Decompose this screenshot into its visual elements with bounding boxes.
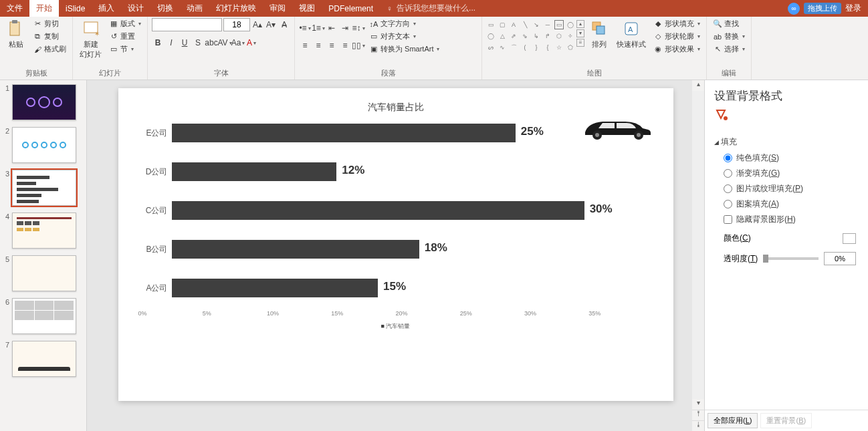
text-direction-button[interactable]: ↕A文字方向 <box>367 18 441 29</box>
svg-rect-0 <box>10 22 19 35</box>
font-color-button[interactable]: A <box>245 37 257 49</box>
font-size-input[interactable] <box>223 18 250 31</box>
format-background-panel: 设置背景格式 填充 纯色填充(S) 渐变填充(G) 图片或纹理填充(P) 图案填… <box>704 80 868 431</box>
smartart-button[interactable]: ▣转换为 SmartArt <box>367 43 441 55</box>
bullets-button[interactable]: •≡ <box>299 22 311 34</box>
select-button[interactable]: ↖选择 <box>711 43 747 55</box>
italic-button[interactable]: I <box>165 37 177 49</box>
slide-thumb-1[interactable] <box>12 84 76 120</box>
line-spacing-button[interactable]: ≡↕ <box>352 22 364 34</box>
indent-button[interactable]: ⇥ <box>339 22 351 34</box>
vertical-scrollbar[interactable]: ▴ ▾ ⭱ ⭳ <box>692 80 704 431</box>
tab-home[interactable]: 开始 <box>29 0 59 17</box>
quick-styles-button[interactable]: A 快速样式 <box>614 18 649 51</box>
align-text-button[interactable]: ▭对齐文本 <box>367 31 441 42</box>
cloud-icon[interactable]: ∞ <box>788 3 800 15</box>
clear-format-button[interactable]: A̶ <box>278 19 290 31</box>
color-label: 颜色(C) <box>724 233 751 244</box>
spacing-button[interactable]: AV <box>219 37 231 49</box>
shape-gallery[interactable]: ▭▢A╲↘─▭◯ ◯△⇗⇘↳↱⬡✧ ᔕ∿⌒(}{☆⬠ <box>486 18 575 52</box>
bar-category: D公司 <box>134 166 168 178</box>
fill-solid-radio[interactable]: 纯色填充(S) <box>714 150 859 166</box>
fill-tab-icon[interactable] <box>705 108 868 131</box>
slide-thumb-6[interactable] <box>12 298 76 334</box>
tab-file[interactable]: 文件 <box>0 0 29 17</box>
group-editing: 🔍查找 ab替换 ↖选择 编辑 <box>707 17 752 80</box>
thumb-number: 6 <box>1 298 9 306</box>
bold-button[interactable]: B <box>152 37 164 49</box>
format-painter-button[interactable]: 🖌格式刷 <box>31 43 68 55</box>
find-button[interactable]: 🔍查找 <box>711 18 747 29</box>
section-button[interactable]: ▭节 <box>107 43 143 55</box>
slide-thumb-5[interactable] <box>12 255 76 291</box>
tab-pdfelement[interactable]: PDFelement <box>322 0 380 17</box>
brush-icon: 🖌 <box>33 45 42 54</box>
fill-pattern-radio[interactable]: 图案填充(A) <box>714 196 859 212</box>
shape-scroll[interactable]: ▴▾≡ <box>576 18 584 52</box>
next-slide-button[interactable]: ⭳ <box>692 420 704 431</box>
section-icon: ▭ <box>109 45 118 54</box>
columns-button[interactable]: ▯▯ <box>352 39 364 51</box>
replace-button[interactable]: ab替换 <box>711 31 747 42</box>
slide-thumb-3[interactable] <box>12 170 76 206</box>
fill-section-header[interactable]: 填充 <box>714 134 859 150</box>
layout-button[interactable]: ▦版式 <box>107 18 143 29</box>
paste-button[interactable]: 粘贴 <box>4 18 28 51</box>
slide-thumb-7[interactable] <box>12 341 76 377</box>
align-right-button[interactable]: ≡ <box>326 39 338 51</box>
align-center-button[interactable]: ≡ <box>312 39 324 51</box>
grow-font-button[interactable]: A▴ <box>251 19 263 31</box>
font-name-input[interactable] <box>152 18 222 31</box>
tab-insert[interactable]: 插入 <box>92 0 121 17</box>
bar-category: C公司 <box>134 205 168 217</box>
transparency-slider[interactable] <box>763 257 819 260</box>
tab-animation[interactable]: 动画 <box>180 0 209 17</box>
scroll-up-button[interactable]: ▴ <box>692 80 704 91</box>
tab-review[interactable]: 审阅 <box>263 0 292 17</box>
group-label: 剪贴板 <box>4 68 68 80</box>
hide-bg-checkbox[interactable]: 隐藏背景图形(H) <box>714 212 859 227</box>
apply-all-button[interactable]: 全部应用(L) <box>708 413 758 428</box>
cut-button[interactable]: ✂剪切 <box>31 18 68 29</box>
tab-transition[interactable]: 切换 <box>150 0 180 17</box>
strike-button[interactable]: abc <box>205 37 217 49</box>
prev-slide-button[interactable]: ⭱ <box>692 410 704 420</box>
shape-effect-button[interactable]: ◉形状效果 <box>651 43 702 55</box>
shrink-font-button[interactable]: A▾ <box>265 19 277 31</box>
numbering-button[interactable]: 1≡ <box>312 22 324 34</box>
underline-button[interactable]: U <box>179 37 191 49</box>
fill-gradient-radio[interactable]: 渐变填充(G) <box>714 166 859 181</box>
tab-view[interactable]: 视图 <box>292 0 322 17</box>
group-label: 字体 <box>152 68 290 80</box>
fill-picture-radio[interactable]: 图片或纹理填充(P) <box>714 181 859 196</box>
justify-button[interactable]: ≡ <box>339 39 351 51</box>
tab-slideshow[interactable]: 幻灯片放映 <box>209 0 263 17</box>
new-slide-button[interactable]: ✶ 新建 幻灯片 <box>77 18 104 61</box>
shape-outline-button[interactable]: ◇形状轮廓 <box>651 31 702 42</box>
shadow-button[interactable]: S <box>192 37 204 49</box>
align-left-button[interactable]: ≡ <box>299 39 311 51</box>
tell-me[interactable]: ♀ 告诉我您想要做什么... <box>380 0 482 17</box>
drag-upload-button[interactable]: 拖拽上传 <box>804 3 841 14</box>
copy-button[interactable]: ⧉复制 <box>31 31 68 42</box>
slide-thumb-4[interactable] <box>12 212 76 249</box>
transparency-value[interactable]: 0% <box>824 252 856 265</box>
scroll-down-button[interactable]: ▾ <box>692 399 704 410</box>
slide-canvas[interactable]: 汽车销量占比 E公司 25%D公司 12%C公司 30%B公司 18%A公司 1… <box>118 88 673 401</box>
copy-icon: ⧉ <box>33 32 42 41</box>
color-swatch[interactable] <box>843 233 856 244</box>
arrange-button[interactable]: 排列 <box>587 18 611 51</box>
outdent-button[interactable]: ⇤ <box>326 22 338 34</box>
shape-fill-button[interactable]: ◆形状填充 <box>651 18 702 29</box>
reset-button[interactable]: ↺重置 <box>107 31 143 42</box>
replace-icon: ab <box>713 32 722 41</box>
tab-islide[interactable]: iSlide <box>59 0 92 17</box>
reset-background-button[interactable]: 重置背景(B) <box>760 413 812 428</box>
text-direction-icon: ↕A <box>369 19 378 29</box>
tab-design[interactable]: 设计 <box>121 0 150 17</box>
arrange-icon <box>590 19 609 38</box>
panel-title: 设置背景格式 <box>705 80 868 108</box>
login-button[interactable]: 登录 <box>845 3 861 14</box>
case-button[interactable]: Aa <box>232 37 244 49</box>
slide-thumb-2[interactable] <box>12 127 76 163</box>
